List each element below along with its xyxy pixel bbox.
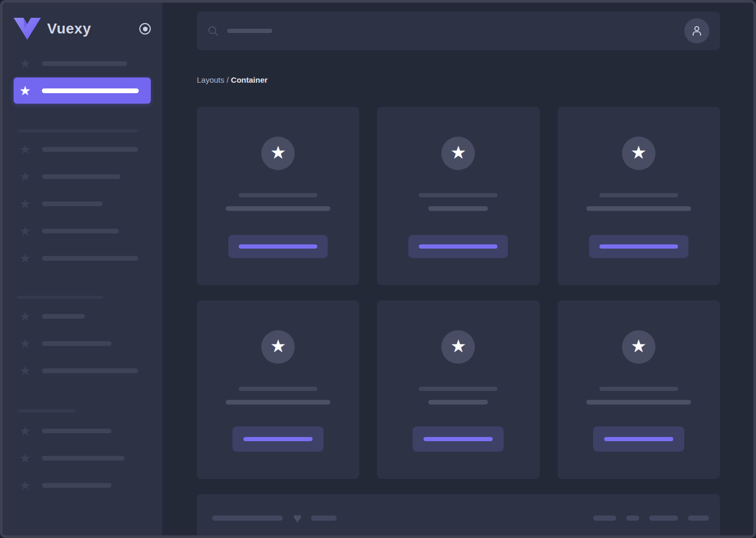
star-icon: ★ [450, 143, 466, 161]
placeholder-bar [42, 483, 112, 488]
placeholder-bar [42, 61, 127, 66]
card-text-placeholder [226, 206, 330, 211]
logo-row: Vuexy [14, 17, 151, 41]
footer-links [593, 515, 709, 521]
footer-link-placeholder[interactable] [688, 515, 709, 521]
breadcrumb-current: Container [231, 75, 268, 84]
star-icon: ★ [14, 363, 37, 378]
footer-text-placeholder [212, 515, 283, 521]
placeholder-bar [42, 314, 85, 319]
star-icon: ★ [14, 336, 37, 351]
placeholder-card: ★ [558, 300, 720, 479]
sidebar-item[interactable]: ★ [14, 223, 151, 239]
radio-dot-icon [143, 27, 148, 31]
card-avatar: ★ [261, 330, 295, 364]
card-avatar: ★ [441, 330, 475, 364]
button-label-placeholder [243, 437, 313, 441]
heart-icon: ♥ [293, 512, 302, 524]
card-text-placeholder [428, 400, 488, 405]
sidebar-item[interactable]: ★ [14, 250, 151, 266]
breadcrumb: Layouts / Container [197, 75, 720, 85]
star-icon: ★ [270, 337, 286, 355]
star-icon: ★ [14, 56, 37, 71]
placeholder-bar [42, 88, 139, 93]
card-title-placeholder [599, 387, 678, 391]
footer-link-placeholder[interactable] [649, 515, 678, 521]
placeholder-card: ★ [197, 107, 359, 285]
breadcrumb-parent[interactable]: Layouts [197, 75, 225, 84]
user-icon [690, 24, 704, 38]
placeholder-card: ★ [377, 300, 539, 479]
card-grid: ★ ★ ★ [197, 107, 720, 479]
star-icon: ★ [14, 223, 37, 238]
sidebar-item[interactable]: ★ [14, 55, 151, 71]
placeholder-bar [42, 174, 120, 179]
sidebar-item[interactable]: ★ [14, 335, 151, 351]
card-action-button[interactable] [408, 235, 508, 258]
star-icon: ★ [631, 337, 647, 355]
search-bar[interactable] [197, 12, 720, 50]
section-header-placeholder [17, 129, 138, 132]
placeholder-bar [42, 201, 103, 206]
placeholder-bar [42, 341, 112, 346]
placeholder-card: ★ [377, 107, 539, 285]
star-icon: ★ [14, 251, 37, 265]
sidebar-item-active[interactable]: ★ [14, 77, 151, 104]
search-icon [207, 25, 219, 37]
placeholder-bar [42, 456, 125, 461]
card-text-placeholder [428, 206, 488, 211]
placeholder-card: ★ [197, 300, 359, 479]
star-icon: ★ [14, 451, 37, 465]
placeholder-bar [42, 256, 138, 261]
sidebar: Vuexy ★ ★ ★ ★ ★ ★ [0, 0, 162, 538]
star-icon: ★ [14, 309, 37, 323]
button-label-placeholder [604, 437, 673, 441]
star-icon: ★ [14, 142, 37, 156]
sidebar-item[interactable]: ★ [14, 423, 151, 439]
app-window: Vuexy ★ ★ ★ ★ ★ ★ [0, 0, 756, 538]
card-avatar: ★ [261, 137, 295, 170]
card-title-placeholder [599, 193, 678, 197]
sidebar-item[interactable]: ★ [14, 196, 151, 211]
section-header-placeholder [17, 409, 76, 412]
card-text-placeholder [226, 400, 330, 405]
vuexy-logo-icon [14, 17, 41, 40]
sidebar-item[interactable]: ★ [14, 169, 151, 184]
star-icon: ★ [450, 337, 466, 355]
card-action-button[interactable] [593, 427, 684, 452]
star-icon: ★ [14, 83, 37, 98]
footer-link-placeholder[interactable] [593, 515, 616, 521]
sidebar-item[interactable]: ★ [14, 141, 151, 157]
placeholder-card: ★ [558, 107, 720, 285]
star-icon: ★ [270, 143, 286, 161]
sidebar-item[interactable]: ★ [14, 450, 151, 466]
star-icon: ★ [14, 169, 37, 184]
card-title-placeholder [239, 193, 317, 197]
card-text-placeholder [586, 400, 691, 405]
card-action-button[interactable] [413, 427, 504, 452]
placeholder-bar [42, 147, 138, 152]
card-avatar: ★ [441, 137, 475, 170]
sidebar-item[interactable]: ★ [14, 308, 151, 324]
placeholder-bar [42, 368, 138, 373]
search-placeholder-bar [227, 29, 272, 33]
button-label-placeholder [599, 244, 678, 249]
card-action-button[interactable] [228, 235, 328, 258]
sidebar-pin-toggle[interactable] [139, 23, 151, 35]
star-icon: ★ [14, 423, 37, 438]
card-title-placeholder [419, 193, 497, 197]
user-avatar-button[interactable] [684, 18, 709, 43]
card-title-placeholder [419, 387, 497, 391]
footer-link-placeholder[interactable] [626, 515, 639, 521]
card-action-button[interactable] [589, 235, 688, 258]
placeholder-bar [42, 429, 112, 433]
card-text-placeholder [586, 206, 691, 211]
card-action-button[interactable] [232, 427, 324, 452]
main-content: Layouts / Container ★ ★ [162, 0, 756, 538]
sidebar-item[interactable]: ★ [14, 363, 151, 378]
button-label-placeholder [239, 244, 317, 249]
card-avatar: ★ [622, 330, 655, 364]
card-avatar: ★ [622, 137, 655, 170]
footer-row: ♥ [212, 512, 709, 524]
sidebar-item[interactable]: ★ [14, 477, 151, 493]
